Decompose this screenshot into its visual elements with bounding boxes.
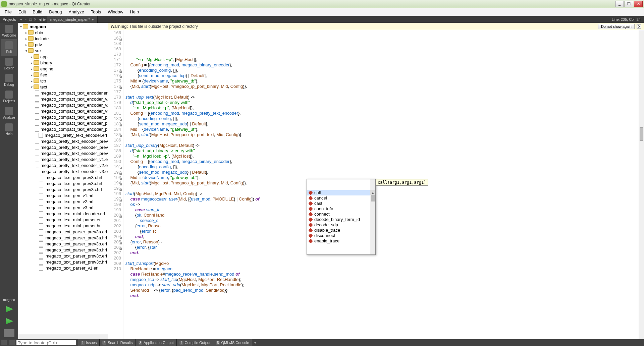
nav-fwd-icon[interactable]: ▶ <box>42 17 47 22</box>
tree-file[interactable]: megaco_pretty_text_encoder_prev3b.erl <box>18 144 108 150</box>
tree-file[interactable]: megaco_text_gen_v3.hrl <box>18 205 108 211</box>
tree-file[interactable]: megaco_pretty_text_encoder_v2.erl <box>18 162 108 168</box>
menu-analyze[interactable]: Analyze <box>65 9 88 15</box>
completion-item[interactable]: call <box>307 190 375 195</box>
pane-selector[interactable]: Projects <box>0 17 19 21</box>
kit-selector[interactable]: megaco <box>3 297 15 303</box>
tree-folder[interactable]: ▸include <box>18 36 108 42</box>
menu-window[interactable]: Window <box>104 9 126 15</box>
tree-file[interactable]: megaco_text_gen_prev3c.hrl <box>18 186 108 192</box>
tree-file[interactable]: megaco_pretty_text_encoder_v3.erl <box>18 168 108 174</box>
pane-dropdown-icon[interactable]: ▾ <box>19 17 23 22</box>
completion-item[interactable]: cancel <box>307 195 375 201</box>
tree-file[interactable]: megaco_text_parser_prev3b.erl <box>18 241 108 247</box>
tree-file[interactable]: megaco_text_mini_decoder.erl <box>18 211 108 217</box>
tree-folder[interactable]: ▸tcp <box>18 78 108 84</box>
tree-file[interactable]: megaco_pretty_text_encoder_v1.erl <box>18 156 108 162</box>
completion-item[interactable]: cast <box>307 201 375 206</box>
tree-file[interactable]: megaco_text_gen_prev3a.hrl <box>18 174 108 180</box>
tree-file[interactable]: megaco_pretty_text_encoder.erl <box>18 132 108 138</box>
tree-file[interactable]: megaco_compact_text_encoder_v1.erl <box>18 96 108 102</box>
completion-item[interactable]: conn_info <box>307 206 375 212</box>
output-tab-search-results[interactable]: 2Search Results <box>100 339 136 346</box>
menu-debug[interactable]: Debug <box>46 9 65 15</box>
sidebar-toggle-icon[interactable] <box>9 340 15 345</box>
code-content[interactable]: callcancelcastconn_infoconnectdecode_bin… <box>123 30 644 339</box>
tree-file[interactable]: megaco_text_mini_parser.hrl <box>18 223 108 229</box>
output-tab-issues[interactable]: 1Issues <box>78 339 100 346</box>
output-dropdown-icon[interactable]: ▾ <box>252 341 258 345</box>
tree-file[interactable]: megaco_text_parser_prev3c.hrl <box>18 259 108 265</box>
tree-file[interactable]: megaco_pretty_text_encoder_prev3c.erl <box>18 150 108 156</box>
mode-welcome[interactable]: Welcome <box>1 23 17 39</box>
output-tab-qml-js-console[interactable]: 5QML/JS Console <box>213 339 252 346</box>
line-gutter[interactable]: 166167◢168169170171172173◢174◢175176◢177… <box>108 30 123 339</box>
close-button[interactable]: ✕ <box>634 1 643 7</box>
editor-vscrollbar[interactable] <box>639 30 644 339</box>
completion-item[interactable]: disconnect <box>307 233 375 238</box>
minimize-button[interactable]: _ <box>615 1 624 7</box>
completion-item[interactable]: decode_binary_term_id <box>307 217 375 222</box>
mode-analyze[interactable]: Analyze <box>1 105 17 121</box>
tree-file[interactable]: megaco_text_parser_prev3b.hrl <box>18 247 108 253</box>
mode-edit[interactable]: Edit <box>1 39 17 56</box>
tree-file[interactable]: megaco_text_parser_prev3c.erl <box>18 253 108 259</box>
tree-file[interactable]: megaco_compact_text_encoder_v3.erl <box>18 108 108 114</box>
tree-file[interactable]: megaco_text_parser_prev3a.hrl <box>18 235 108 241</box>
debug-run-button[interactable] <box>4 317 14 325</box>
tree-file[interactable]: megaco_pretty_text_encoder_prev3a.erl <box>18 138 108 144</box>
pane-filter-icon[interactable]: ▫ <box>23 17 28 21</box>
menu-tools[interactable]: Tools <box>88 9 104 15</box>
tree-file[interactable]: megaco_text_gen_v2.hrl <box>18 198 108 205</box>
tree-file[interactable]: megaco_text_parser_v1.erl <box>18 265 108 271</box>
output-tab-compile-output[interactable]: 4Compile Output <box>177 339 213 346</box>
menu-build[interactable]: Build <box>29 9 46 15</box>
tree-file[interactable]: megaco_compact_text_encoder_prev3b.erl <box>18 120 108 126</box>
mode-help[interactable]: Help <box>1 121 17 138</box>
mode-debug[interactable]: Debug <box>1 72 17 89</box>
pane-close-icon[interactable]: ✕ <box>33 17 38 22</box>
tree-folder[interactable]: ▾megaco <box>18 23 108 30</box>
tree-file[interactable]: megaco_compact_text_encoder_prev3c.erl <box>18 126 108 132</box>
tree-folder[interactable]: ▸ebin <box>18 30 108 36</box>
nav-back-icon[interactable]: ◀ <box>38 17 42 22</box>
mode-design[interactable]: Design <box>1 56 17 72</box>
tree-file[interactable]: megaco_text_parser_prev3a.erl <box>18 229 108 235</box>
tree-folder[interactable]: ▸flex <box>18 72 108 78</box>
warning-close-icon[interactable]: ✕ <box>637 24 641 29</box>
completion-item[interactable]: connect <box>307 212 375 217</box>
tree-folder[interactable]: ▸engine <box>18 66 108 72</box>
output-tab-application-output[interactable]: 3Application Output <box>136 339 177 346</box>
tree-file[interactable]: megaco_compact_text_encoder.erl <box>18 90 108 96</box>
menu-help[interactable]: Help <box>126 9 142 15</box>
tree-folder[interactable]: ▸app <box>18 54 108 60</box>
tree-hscrollbar[interactable] <box>18 334 108 339</box>
tree-folder[interactable]: ▸priv <box>18 42 108 48</box>
tree-file[interactable]: megaco_text_gen_prev3b.hrl <box>18 180 108 186</box>
build-button[interactable] <box>4 329 14 337</box>
completion-item[interactable]: decode_sdp <box>307 222 375 228</box>
run-button[interactable] <box>4 305 14 313</box>
tree-file[interactable]: megaco_compact_text_encoder_prev3a.erl <box>18 114 108 120</box>
menu-edit[interactable]: Edit <box>15 9 29 15</box>
open-document-tab[interactable]: megaco_simple_mg.erl*▾ <box>47 16 98 23</box>
tree-folder[interactable]: ▸binary <box>18 60 108 66</box>
completion-item[interactable]: enable_trace <box>307 238 375 244</box>
completion-item[interactable]: disable_trace <box>307 228 375 233</box>
tree-file[interactable]: megaco_text_mini_parser.erl <box>18 217 108 223</box>
locator-input[interactable] <box>16 340 76 345</box>
maximize-button[interactable]: ❐ <box>625 1 633 7</box>
tree-folder[interactable]: ▾text <box>18 84 108 90</box>
popup-scrollbar[interactable]: ▲ <box>370 179 375 254</box>
mode-projects[interactable]: Projects <box>1 89 17 105</box>
pane-split-icon[interactable]: □ <box>28 17 33 21</box>
output-toggle-icon[interactable] <box>1 340 7 345</box>
code-editor[interactable]: 166167◢168169170171172173◢174◢175176◢177… <box>108 30 644 339</box>
tree-file[interactable]: megaco_compact_text_encoder_v2.erl <box>18 102 108 108</box>
autocomplete-popup[interactable]: callcancelcastconn_infoconnectdecode_bin… <box>307 179 376 255</box>
warning-dismiss-button[interactable]: Do not show again <box>598 24 635 29</box>
project-tree[interactable]: ▾megaco▸ebin▸include▸priv▾src▸app▸binary… <box>18 23 108 334</box>
tree-file[interactable]: megaco_text_gen_v1.hrl <box>18 192 108 198</box>
tree-folder[interactable]: ▾src <box>18 48 108 54</box>
menu-file[interactable]: File <box>1 9 15 15</box>
